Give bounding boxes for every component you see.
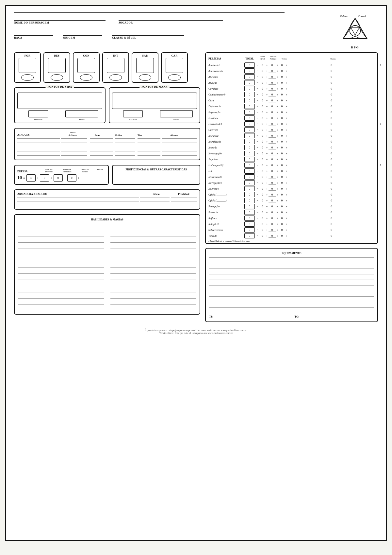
pericia-v2-27[interactable]: 0 [269,222,276,226]
defense-v1[interactable]: 10 [26,174,36,182]
armor-pen-3[interactable] [171,205,197,205]
pericia-v1-3[interactable]: 0 [259,81,265,84]
pericia-total-10[interactable]: 0 [244,121,255,127]
jogador-input[interactable] [119,15,223,21]
pericia-total-2[interactable]: 0 [244,74,255,79]
pericia-v1-0[interactable]: 0 [259,63,265,67]
pericia-v1-25[interactable]: 0 [259,211,265,214]
attr-car-mod[interactable] [168,74,181,81]
hab-line-2-3[interactable] [110,236,196,236]
pericia-total-1[interactable]: 0 [244,68,255,74]
pericia-v4-17[interactable]: 0 [288,164,375,167]
atk-name-4[interactable] [17,151,60,151]
pericia-v2-7[interactable]: 0 [269,105,276,108]
pericia-total-27[interactable]: 0 [244,221,255,227]
pericia-total-0[interactable]: 0 [244,62,255,68]
pericia-total-22[interactable]: 0 [244,192,255,197]
atk-dano-3[interactable] [90,147,113,147]
pericia-total-24[interactable]: 0 [244,204,255,209]
attr-sab-mod[interactable] [139,74,151,81]
pericia-v4-29[interactable]: 0 [288,234,375,237]
pericia-total-23[interactable]: 0 [244,198,255,203]
pericia-v3-23[interactable]: 0 [279,199,285,202]
pericia-v3-22[interactable]: 0 [279,193,285,196]
attr-sab-input[interactable] [136,58,154,73]
attr-des-input[interactable] [48,58,66,73]
pericia-v1-4[interactable]: 0 [259,87,265,90]
pv-atuais-input[interactable] [65,110,98,117]
pericia-total-15[interactable]: 0 [244,151,255,156]
attr-car-input[interactable] [166,58,183,73]
raca-input[interactable] [14,30,53,36]
ts-input[interactable] [220,313,288,318]
pericia-v1-14[interactable]: 0 [259,146,265,149]
pericia-v2-16[interactable]: 0 [269,158,276,161]
equip-line-5[interactable] [209,280,374,280]
pericia-v1-2[interactable]: 0 [259,75,265,78]
armor-name-3[interactable] [17,205,139,205]
pm-atuais-input[interactable] [160,110,193,117]
pericia-v2-6[interactable]: 0 [269,99,276,102]
defense-v2[interactable]: 0 [40,174,49,182]
atk-tipo-4[interactable] [138,151,160,151]
pericia-total-5[interactable]: 0 [244,92,255,97]
pericia-v3-6[interactable]: 0 [279,99,285,102]
pericia-total-9[interactable]: 0 [244,115,255,121]
pericia-total-8[interactable]: 0 [244,110,255,115]
pericia-v4-20[interactable]: 0 [288,181,375,184]
attr-int-input[interactable] [107,58,124,73]
pericia-v4-1[interactable]: 0 [288,69,375,73]
pericia-total-14[interactable]: 0 [244,145,255,150]
pericia-v2-0[interactable]: 0 [269,63,276,67]
nome-personagem-input[interactable] [14,15,106,21]
pericia-v3-7[interactable]: 0 [279,105,285,108]
pericia-v1-12[interactable]: 0 [259,134,265,137]
pericia-v3-15[interactable]: 0 [279,152,285,155]
hab-line-2-10[interactable] [110,280,196,280]
pericia-v4-9[interactable]: 0 [288,116,375,120]
hab-line-2-9[interactable] [110,273,196,274]
pericia-v2-14[interactable]: 0 [269,146,276,149]
atk-alcance-3[interactable] [162,147,197,147]
hab-line-2-11[interactable] [110,286,196,286]
hab-line-2-2[interactable] [110,230,196,230]
pericia-v1-24[interactable]: 0 [259,205,265,208]
pericia-v3-2[interactable]: 0 [279,75,285,78]
armor-name-1[interactable] [17,198,139,198]
pericia-total-21[interactable]: 0 [244,186,255,191]
pericia-total-18[interactable]: 0 [244,168,255,174]
pericia-v4-26[interactable]: 0 [288,217,375,220]
atk-crit-3[interactable] [115,147,135,147]
pericia-v2-12[interactable]: 0 [269,134,276,138]
defense-v4[interactable]: 0 [67,174,76,182]
pericia-total-25[interactable]: 0 [244,210,255,215]
pericia-v3-20[interactable]: 0 [279,181,285,184]
pericia-v2-20[interactable]: 0 [269,181,276,185]
to-input[interactable] [306,313,374,318]
hab-line-2-14[interactable] [110,304,196,305]
pericia-v1-10[interactable]: 0 [259,122,265,126]
pericia-v1-22[interactable]: 0 [259,193,265,196]
pericia-v1-1[interactable]: 0 [259,69,265,73]
pericia-v1-19[interactable]: 0 [259,175,265,179]
pericia-v2-2[interactable]: 0 [269,75,276,79]
pontos-mana-inner[interactable] [112,93,197,109]
hab-line-1-11[interactable] [18,286,104,286]
pericia-v3-19[interactable]: 0 [279,175,285,179]
pm-maximos-input[interactable] [123,110,143,117]
atk-bonus-3[interactable] [61,147,87,147]
pericia-v1-13[interactable]: 0 [259,140,265,143]
pericia-total-29[interactable]: 0 [244,233,255,238]
pericia-v4-10[interactable]: 0 [288,122,375,126]
pericia-total-26[interactable]: 0 [244,216,255,221]
pericia-v4-14[interactable]: 0 [288,146,375,149]
pericia-v3-29[interactable]: 0 [279,234,285,237]
pericia-v2-3[interactable]: 0 [269,81,276,85]
pericia-v3-13[interactable]: 0 [279,140,285,143]
pericia-total-17[interactable]: 0 [244,163,255,168]
pericia-v3-26[interactable]: 0 [279,217,285,220]
pericia-v2-26[interactable]: 0 [269,217,276,220]
pericia-v2-21[interactable]: 0 [269,187,276,191]
pericia-v2-11[interactable]: 0 [269,128,276,132]
pericia-v1-26[interactable]: 0 [259,217,265,220]
